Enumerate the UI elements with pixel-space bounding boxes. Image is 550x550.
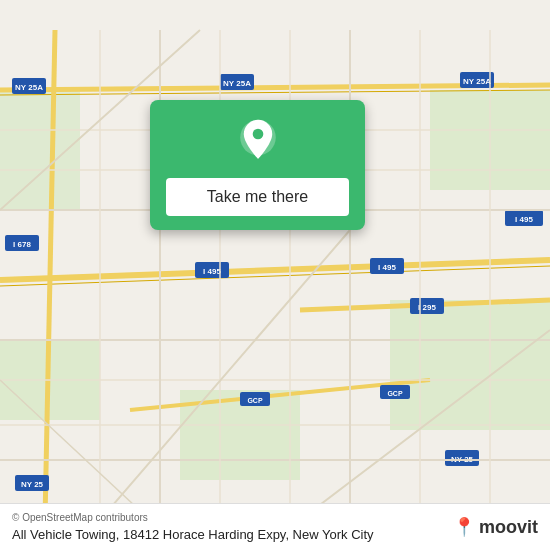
- bottom-info-bar: © OpenStreetMap contributors All Vehicle…: [0, 503, 550, 550]
- location-pin-icon: [234, 118, 282, 166]
- svg-text:NY 25A: NY 25A: [463, 77, 491, 86]
- svg-text:NY 25A: NY 25A: [223, 79, 251, 88]
- svg-text:I 495: I 495: [515, 215, 533, 224]
- svg-text:GCP: GCP: [387, 390, 403, 397]
- moovit-badge: 📍 moovit: [453, 516, 538, 538]
- svg-point-57: [252, 129, 263, 140]
- moovit-logo-text: moovit: [479, 517, 538, 538]
- svg-text:I 678: I 678: [13, 240, 31, 249]
- svg-text:I 295: I 295: [418, 303, 436, 312]
- svg-text:NY 25: NY 25: [21, 480, 44, 489]
- svg-text:I 495: I 495: [203, 267, 221, 276]
- svg-text:NY 25A: NY 25A: [15, 83, 43, 92]
- map-container: I 495 I 495 NY 25A NY 25A NY 25A I 678 I…: [0, 0, 550, 550]
- map-roads: I 495 I 495 NY 25A NY 25A NY 25A I 678 I…: [0, 0, 550, 550]
- location-card: Take me there: [150, 100, 365, 230]
- moovit-pin-icon: 📍: [453, 516, 475, 538]
- svg-rect-2: [390, 300, 550, 430]
- svg-text:GCP: GCP: [247, 397, 263, 404]
- take-me-there-button[interactable]: Take me there: [166, 178, 349, 216]
- svg-text:I 495: I 495: [378, 263, 396, 272]
